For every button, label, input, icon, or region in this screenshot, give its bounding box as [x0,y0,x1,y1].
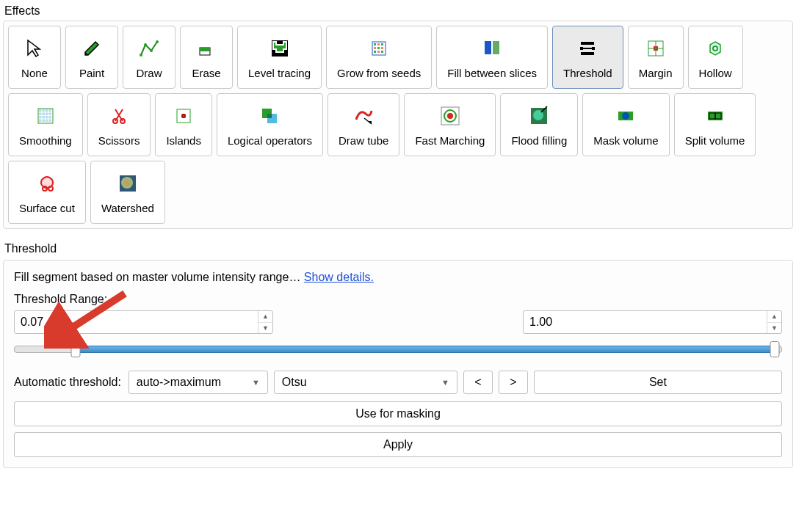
effect-islands-button[interactable]: Islands [155,93,212,156]
svg-rect-16 [381,51,383,53]
effect-grow-from-seeds-label: Grow from seeds [337,67,421,79]
svg-rect-11 [377,43,380,45]
threshold-high-input[interactable]: ▲ ▼ [523,310,782,334]
effect-mask-volume-label: Mask volume [593,134,658,147]
svg-rect-15 [381,47,383,49]
effect-none-label: None [21,67,48,79]
effect-draw-tube-button[interactable]: Draw tube [328,93,399,156]
svg-rect-20 [581,52,594,55]
threshold-low-field[interactable] [15,311,258,333]
effect-flood-filling-button[interactable]: Flood filling [500,93,578,156]
effect-hollow-button[interactable]: Hollow [688,26,743,89]
threshold-low-step-down[interactable]: ▼ [258,323,272,334]
next-method-button[interactable]: > [499,371,528,394]
flood-icon [528,103,550,128]
svg-rect-38 [46,119,48,122]
slider-handle-high[interactable] [770,341,779,357]
effect-threshold-button[interactable]: Threshold [552,26,623,89]
threshold-low-input[interactable]: ▲ ▼ [14,310,273,334]
effect-margin-button[interactable]: Margin [628,26,684,89]
prev-method-button[interactable]: < [463,371,493,394]
effect-mask-volume-button[interactable]: Mask volume [582,93,669,156]
svg-point-65 [124,180,130,186]
svg-rect-14 [381,43,383,45]
svg-rect-33 [42,116,45,119]
svg-rect-50 [267,114,272,118]
use-for-masking-button[interactable]: Use for masking [14,401,782,426]
svg-point-57 [622,112,629,120]
threshold-range-slider[interactable] [14,341,782,357]
target-icon [439,103,461,128]
effect-scissors-button[interactable]: Scissors [87,93,151,156]
svg-point-3 [156,40,159,43]
threshold-low-step-up[interactable]: ▲ [258,311,272,323]
mask-icon [615,103,637,128]
svg-rect-5 [200,48,210,51]
automatic-threshold-label: Automatic threshold: [14,376,121,389]
threshold-high-field[interactable] [524,311,767,333]
smoothing-icon [35,103,57,128]
effect-watershed-label: Watershed [101,202,154,214]
auto-mode-select[interactable]: auto->maximum ▼ [129,371,268,394]
margin-icon [645,36,667,61]
auto-method-value: Otsu [282,376,307,389]
svg-point-53 [447,113,453,119]
effect-surface-cut-label: Surface cut [19,202,75,214]
watershed-icon [117,171,139,196]
threshold-high-step-up[interactable]: ▲ [767,311,781,323]
svg-point-1 [144,43,147,46]
svg-point-62 [48,186,53,191]
svg-rect-39 [48,109,51,112]
grow-icon [368,36,390,61]
effect-fill-between-slices-button[interactable]: Fill between slices [436,26,548,89]
effect-scissors-label: Scissors [98,134,140,147]
effect-fast-marching-button[interactable]: Fast Marching [404,93,496,156]
effect-level-tracing-button[interactable]: Level tracing [237,26,322,89]
eraser-icon [195,36,217,61]
effect-margin-label: Margin [639,67,673,79]
level-tracing-icon [269,36,291,61]
apply-button[interactable]: Apply [14,432,782,457]
svg-rect-36 [46,112,48,115]
effect-watershed-button[interactable]: Watershed [90,161,165,224]
svg-rect-21 [580,47,583,50]
threshold-section-label: Threshold [4,242,793,255]
svg-rect-8 [374,43,376,45]
threshold-icon [576,36,598,61]
svg-point-25 [713,46,717,51]
show-details-link[interactable]: Show details. [304,271,374,283]
svg-rect-13 [377,51,380,53]
effect-fast-marching-label: Fast Marching [415,134,485,147]
svg-rect-17 [485,41,491,54]
effect-split-volume-button[interactable]: Split volume [674,93,756,156]
set-button[interactable]: Set [534,371,782,394]
effect-none-button[interactable]: None [8,26,61,89]
effect-logical-operators-button[interactable]: Logical operators [217,93,323,156]
threshold-high-step-down[interactable]: ▼ [767,323,781,334]
effect-smoothing-label: Smoothing [19,134,72,147]
svg-rect-12 [377,47,380,49]
scissors-icon [108,103,130,128]
effect-draw-button[interactable]: Draw [123,26,176,89]
effect-islands-label: Islands [166,134,201,147]
svg-rect-19 [581,42,594,45]
svg-rect-28 [39,112,42,115]
effect-erase-button[interactable]: Erase [180,26,233,89]
slider-handle-low[interactable] [70,341,80,357]
effect-paint-label: Paint [79,67,104,79]
effect-surface-cut-button[interactable]: Surface cut [8,161,86,224]
chevron-down-icon: ▼ [441,378,449,387]
effect-hollow-label: Hollow [699,67,732,79]
auto-method-select[interactable]: Otsu ▼ [274,371,457,394]
islands-icon [173,103,195,128]
effect-logical-operators-label: Logical operators [228,134,312,147]
svg-point-2 [150,49,153,52]
cursor-icon [23,36,46,61]
fill-slices-icon [481,36,503,61]
effect-smoothing-button[interactable]: Smoothing [8,93,83,156]
logical-icon [258,103,281,128]
effect-split-volume-label: Split volume [685,134,745,147]
effect-paint-button[interactable]: Paint [65,26,118,89]
effect-grow-from-seeds-button[interactable]: Grow from seeds [326,26,432,89]
svg-rect-27 [39,109,42,112]
